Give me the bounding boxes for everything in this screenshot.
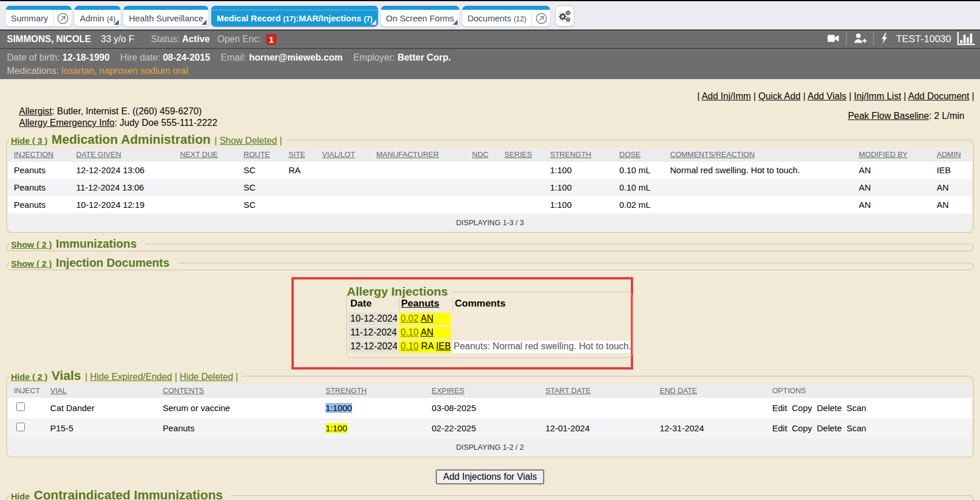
- contraindicated-title: Contraindicated Immunizations: [34, 488, 223, 500]
- cell-route: SC: [238, 196, 283, 214]
- allergy-emergency-link[interactable]: Allergy Emergency Info: [19, 118, 114, 128]
- telehealth-button[interactable]: [827, 33, 840, 46]
- opt_1-link[interactable]: Edit: [772, 403, 787, 413]
- cell-admin: AN: [931, 179, 972, 196]
- cell-modified-by: AN: [853, 179, 931, 196]
- cell-vial-lot: [316, 162, 371, 179]
- tab-on-screen-forms[interactable]: On Screen Forms: [381, 6, 459, 27]
- add-document-link[interactable]: Add Document: [908, 91, 970, 101]
- inj-imm-list-link[interactable]: Inj/Imm List: [854, 91, 902, 101]
- allergy-injection-row: 10-12-20240.02 AN: [349, 313, 630, 325]
- cell-series: [499, 196, 544, 214]
- col-end-date[interactable]: END DATE: [654, 384, 766, 398]
- medication-link[interactable]: naproxen sodium oral: [99, 66, 188, 76]
- add-vials-link[interactable]: Add Vials: [807, 91, 846, 101]
- medication-link[interactable]: losartan: [61, 66, 94, 76]
- quick-action-button[interactable]: [880, 32, 888, 47]
- cell-start-date: 12-01-2024: [540, 418, 654, 438]
- hide-deleted-link[interactable]: Hide Deleted: [179, 372, 233, 382]
- injection-documents-toggle-link[interactable]: Show ( 2 ): [11, 259, 52, 268]
- col-contents[interactable]: CONTENTS: [157, 384, 320, 398]
- admin-initials-link[interactable]: AN: [421, 327, 433, 337]
- col-site[interactable]: SITE: [283, 148, 316, 162]
- col-route[interactable]: ROUTE: [238, 148, 283, 162]
- open-encounter-badge[interactable]: 1: [266, 34, 276, 45]
- settings-button[interactable]: [555, 6, 574, 27]
- quick-add-link[interactable]: Quick Add: [758, 91, 801, 101]
- col-dose[interactable]: DOSE: [614, 148, 664, 162]
- peak-flow-link[interactable]: Peak Flow Baseline: [848, 111, 929, 121]
- inject-checkbox[interactable]: [16, 423, 25, 431]
- vials-toggle-link[interactable]: Hide ( 2 ): [11, 372, 47, 382]
- add-inj-imm-link[interactable]: Add Inj/Imm: [702, 91, 751, 101]
- cell-series: [499, 162, 544, 179]
- cell-modified-by: AN: [853, 162, 931, 179]
- opt_4-link[interactable]: Scan: [847, 423, 866, 433]
- col-manufacturer[interactable]: MANUFACTURER: [371, 148, 466, 162]
- email-label: Email:: [220, 53, 246, 62]
- tab-medical-record[interactable]: Medical Record (17):MAR/Injections (7): [211, 6, 377, 27]
- opt_2-link[interactable]: Copy: [792, 423, 812, 433]
- cell-ndc: [466, 179, 499, 196]
- admin-initials-link[interactable]: IEB: [436, 341, 451, 351]
- col-start-date[interactable]: START DATE: [540, 384, 654, 398]
- col-date-given[interactable]: DATE GIVEN: [70, 148, 174, 162]
- col-next-due[interactable]: NEXT DUE: [174, 148, 238, 162]
- med-admin-row: Peanuts11-12-2024 13:06SC1:1000.10 mLANA…: [8, 179, 972, 196]
- allergist-link[interactable]: Allergist: [19, 106, 52, 116]
- cell-contents: Serum or vaccine: [157, 398, 320, 418]
- cell-vial-lot: [316, 179, 371, 196]
- immunizations-toggle-link[interactable]: Show ( 2 ): [11, 240, 52, 249]
- opt_2-link[interactable]: Copy: [792, 403, 812, 413]
- col-series[interactable]: SERIES: [499, 148, 544, 162]
- tab-documents[interactable]: Documents (12): [462, 6, 550, 27]
- dose-link[interactable]: 0.10: [401, 327, 418, 337]
- col-options: OPTIONS: [766, 384, 972, 398]
- hide-expired-link[interactable]: Hide Expired/Ended: [90, 372, 172, 382]
- summary-popout-button[interactable]: [53, 6, 72, 27]
- add-injections-for-vials-button[interactable]: Add Injections for Vials: [436, 469, 544, 484]
- col-comments[interactable]: COMMENTS/REACTION: [664, 148, 853, 162]
- col-strength[interactable]: STRENGTH: [320, 384, 426, 398]
- cell-expires: 02-22-2025: [426, 418, 540, 438]
- show-deleted-link[interactable]: Show Deleted: [219, 136, 277, 145]
- col-peanuts[interactable]: Peanuts: [399, 297, 451, 311]
- opt_3-link[interactable]: Delete: [817, 423, 841, 433]
- add-person-button[interactable]: [853, 32, 867, 47]
- immunizations-header: Show ( 2 ) Immunizations: [9, 237, 145, 251]
- contraindicated-toggle-link[interactable]: Hide: [11, 491, 30, 500]
- chart-id: TEST-10030: [896, 33, 951, 45]
- opt_1-link[interactable]: Edit: [772, 423, 787, 433]
- injection-documents-section: Show ( 2 ) Injection Documents: [6, 263, 974, 270]
- dose-link[interactable]: 0.02: [401, 314, 418, 323]
- admin-initials-link[interactable]: AN: [421, 314, 433, 323]
- allergy-injection-row: 11-12-20240.10 AN: [349, 327, 630, 339]
- patient-header-bar: SIMMONS, NICOLE 33 y/o F Status: Active …: [0, 31, 980, 49]
- col-ndc[interactable]: NDC: [466, 148, 499, 162]
- documents-popout-button[interactable]: [532, 6, 550, 27]
- opt_4-link[interactable]: Scan: [847, 403, 866, 413]
- section-content: INJECT VIAL CONTENTS STRENGTH EXPIRES ST…: [7, 376, 973, 438]
- allergy-contact-info: Allergist: Butler, Internist E. ((260) 4…: [19, 106, 218, 129]
- tab-health-surveillance[interactable]: Health Surveillance: [124, 6, 208, 27]
- col-expires[interactable]: EXPIRES: [426, 384, 540, 398]
- vials-header: Hide ( 2 ) Vials | Hide Expired/Ended | …: [9, 368, 242, 383]
- vials-paging: DISPLAYING 1-2 / 2: [8, 438, 972, 457]
- tab-summary[interactable]: Summary: [6, 6, 72, 27]
- col-injection[interactable]: INJECTION: [8, 148, 70, 162]
- tab-fold-icon: [452, 20, 458, 25]
- tab-admin[interactable]: Admin (4): [74, 6, 121, 27]
- chart-stats-button[interactable]: [957, 31, 975, 48]
- col-strength[interactable]: STRENGTH: [544, 148, 614, 162]
- med-admin-toggle-link[interactable]: Hide ( 3 ): [11, 136, 47, 145]
- cell-ndc: [466, 196, 499, 214]
- col-vial-lot[interactable]: VIAL/LOT: [316, 148, 371, 162]
- opt_3-link[interactable]: Delete: [817, 403, 841, 413]
- cell-options: Edit Copy Delete Scan: [766, 418, 972, 438]
- col-admin[interactable]: ADMIN: [931, 148, 972, 162]
- inject-checkbox[interactable]: [16, 402, 25, 411]
- dose-link[interactable]: 0.10: [401, 341, 418, 351]
- col-modified-by[interactable]: MODIFIED BY: [853, 148, 931, 162]
- col-vial[interactable]: VIAL: [44, 384, 157, 398]
- cell-manufacturer: [371, 179, 466, 196]
